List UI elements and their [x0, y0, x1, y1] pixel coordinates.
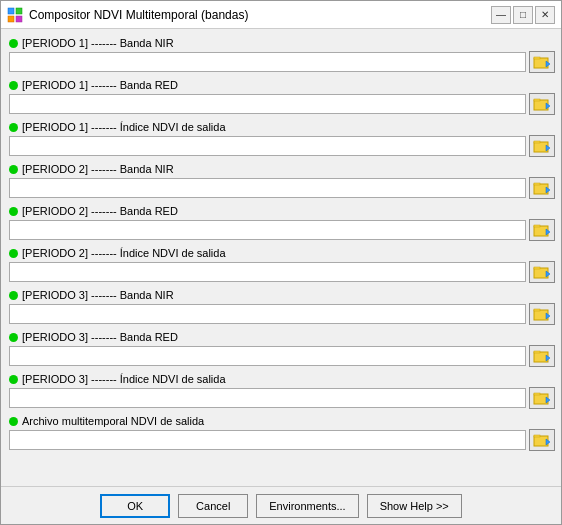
label-text-p1-red: [PERIODO 1] ------- Banda RED	[22, 79, 178, 91]
label-text-p3-red: [PERIODO 3] ------- Banda RED	[22, 331, 178, 343]
minimize-button[interactable]: —	[491, 6, 511, 24]
browse-icon-p3-red	[533, 348, 551, 364]
field-label-p2-red: [PERIODO 2] ------- Banda RED	[9, 205, 555, 217]
field-label-p1-ndvi: [PERIODO 1] ------- Índice NDVI de salid…	[9, 121, 555, 133]
browse-button-p3-red[interactable]	[529, 345, 555, 367]
browse-button-p2-ndvi[interactable]	[529, 261, 555, 283]
main-window: Compositor NDVI Multitemporal (bandas) —…	[0, 0, 562, 525]
field-group-p1-ndvi: [PERIODO 1] ------- Índice NDVI de salid…	[9, 121, 555, 157]
input-p3-nir[interactable]	[9, 304, 526, 324]
field-label-p3-ndvi: [PERIODO 3] ------- Índice NDVI de salid…	[9, 373, 555, 385]
status-dot-p3-nir	[9, 291, 18, 300]
status-dot-multitemporal	[9, 417, 18, 426]
label-text-p2-nir: [PERIODO 2] ------- Banda NIR	[22, 163, 174, 175]
svg-rect-2	[8, 16, 14, 22]
field-label-p2-nir: [PERIODO 2] ------- Banda NIR	[9, 163, 555, 175]
input-multitemporal[interactable]	[9, 430, 526, 450]
browse-button-p3-nir[interactable]	[529, 303, 555, 325]
browse-icon-p1-nir	[533, 54, 551, 70]
input-p1-ndvi[interactable]	[9, 136, 526, 156]
input-p2-red[interactable]	[9, 220, 526, 240]
svg-rect-14	[534, 183, 540, 185]
browse-icon-p3-ndvi	[533, 390, 551, 406]
titlebar-left: Compositor NDVI Multitemporal (bandas)	[7, 7, 248, 23]
field-row-p2-red	[9, 219, 555, 241]
window-title: Compositor NDVI Multitemporal (bandas)	[29, 8, 248, 22]
field-row-p2-nir	[9, 177, 555, 199]
browse-button-p2-red[interactable]	[529, 219, 555, 241]
field-group-p1-nir: [PERIODO 1] ------- Banda NIR	[9, 37, 555, 73]
content-area: [PERIODO 1] ------- Banda NIR [PERIODO 1…	[1, 29, 561, 486]
browse-button-p1-ndvi[interactable]	[529, 135, 555, 157]
status-dot-p2-ndvi	[9, 249, 18, 258]
field-row-p1-ndvi	[9, 135, 555, 157]
status-dot-p1-nir	[9, 39, 18, 48]
label-text-multitemporal: Archivo multitemporal NDVI de salida	[22, 415, 204, 427]
browse-button-p2-nir[interactable]	[529, 177, 555, 199]
status-dot-p2-red	[9, 207, 18, 216]
browse-icon-multitemporal	[533, 432, 551, 448]
field-row-p2-ndvi	[9, 261, 555, 283]
titlebar: Compositor NDVI Multitemporal (bandas) —…	[1, 1, 561, 29]
label-text-p3-nir: [PERIODO 3] ------- Banda NIR	[22, 289, 174, 301]
input-p1-red[interactable]	[9, 94, 526, 114]
field-label-p1-nir: [PERIODO 1] ------- Banda NIR	[9, 37, 555, 49]
field-row-multitemporal	[9, 429, 555, 451]
field-label-p1-red: [PERIODO 1] ------- Banda RED	[9, 79, 555, 91]
svg-rect-3	[16, 16, 22, 22]
status-dot-p1-ndvi	[9, 123, 18, 132]
scroll-container[interactable]: [PERIODO 1] ------- Banda NIR [PERIODO 1…	[1, 29, 561, 486]
field-row-p3-nir	[9, 303, 555, 325]
input-p2-ndvi[interactable]	[9, 262, 526, 282]
svg-rect-0	[8, 8, 14, 14]
label-text-p3-ndvi: [PERIODO 3] ------- Índice NDVI de salid…	[22, 373, 226, 385]
svg-rect-17	[534, 225, 540, 227]
status-dot-p1-red	[9, 81, 18, 90]
label-text-p1-ndvi: [PERIODO 1] ------- Índice NDVI de salid…	[22, 121, 226, 133]
field-group-p3-ndvi: [PERIODO 3] ------- Índice NDVI de salid…	[9, 373, 555, 409]
browse-icon-p2-nir	[533, 180, 551, 196]
svg-rect-8	[534, 99, 540, 101]
input-p2-nir[interactable]	[9, 178, 526, 198]
input-p3-red[interactable]	[9, 346, 526, 366]
field-label-p3-red: [PERIODO 3] ------- Banda RED	[9, 331, 555, 343]
app-icon	[7, 7, 23, 23]
browse-icon-p1-red	[533, 96, 551, 112]
field-group-p3-red: [PERIODO 3] ------- Banda RED	[9, 331, 555, 367]
field-label-p2-ndvi: [PERIODO 2] ------- Índice NDVI de salid…	[9, 247, 555, 259]
input-p3-ndvi[interactable]	[9, 388, 526, 408]
show-help-button[interactable]: Show Help >>	[367, 494, 462, 518]
svg-rect-29	[534, 393, 540, 395]
status-dot-p2-nir	[9, 165, 18, 174]
svg-rect-26	[534, 351, 540, 353]
svg-rect-1	[16, 8, 22, 14]
ok-button[interactable]: OK	[100, 494, 170, 518]
field-group-multitemporal: Archivo multitemporal NDVI de salida	[9, 415, 555, 451]
browse-icon-p2-ndvi	[533, 264, 551, 280]
browse-icon-p2-red	[533, 222, 551, 238]
field-row-p3-red	[9, 345, 555, 367]
label-text-p2-red: [PERIODO 2] ------- Banda RED	[22, 205, 178, 217]
field-label-multitemporal: Archivo multitemporal NDVI de salida	[9, 415, 555, 427]
browse-button-p3-ndvi[interactable]	[529, 387, 555, 409]
cancel-button[interactable]: Cancel	[178, 494, 248, 518]
svg-rect-32	[534, 435, 540, 437]
status-dot-p3-ndvi	[9, 375, 18, 384]
input-p1-nir[interactable]	[9, 52, 526, 72]
status-dot-p3-red	[9, 333, 18, 342]
svg-rect-20	[534, 267, 540, 269]
field-group-p3-nir: [PERIODO 3] ------- Banda NIR	[9, 289, 555, 325]
field-group-p2-red: [PERIODO 2] ------- Banda RED	[9, 205, 555, 241]
maximize-button[interactable]: □	[513, 6, 533, 24]
close-button[interactable]: ✕	[535, 6, 555, 24]
browse-icon-p3-nir	[533, 306, 551, 322]
field-group-p1-red: [PERIODO 1] ------- Banda RED	[9, 79, 555, 115]
browse-button-p1-red[interactable]	[529, 93, 555, 115]
browse-button-p1-nir[interactable]	[529, 51, 555, 73]
field-row-p3-ndvi	[9, 387, 555, 409]
field-group-p2-nir: [PERIODO 2] ------- Banda NIR	[9, 163, 555, 199]
field-group-p2-ndvi: [PERIODO 2] ------- Índice NDVI de salid…	[9, 247, 555, 283]
label-text-p1-nir: [PERIODO 1] ------- Banda NIR	[22, 37, 174, 49]
browse-button-multitemporal[interactable]	[529, 429, 555, 451]
environments-button[interactable]: Environments...	[256, 494, 358, 518]
